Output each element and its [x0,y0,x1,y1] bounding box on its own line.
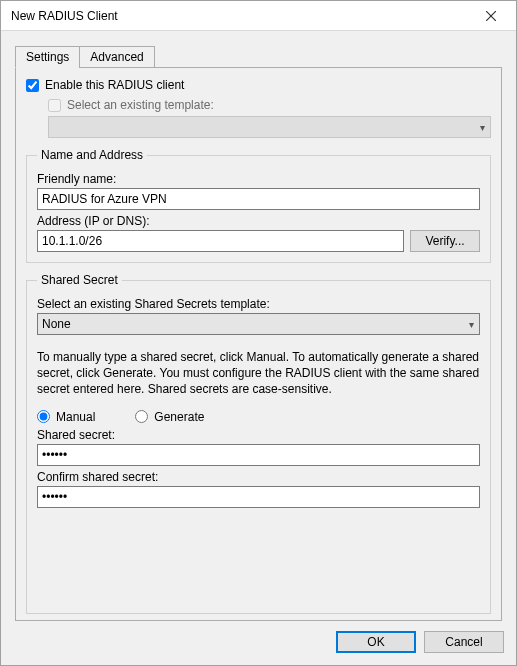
existing-template-checkbox[interactable] [48,99,61,112]
confirm-secret-label: Confirm shared secret: [37,470,480,484]
dialog-window: New RADIUS Client Settings Advanced Enab… [0,0,517,666]
existing-template-block: Select an existing template: ▾ [26,98,491,138]
existing-template-label: Select an existing template: [67,98,214,112]
radio-generate[interactable] [135,410,148,423]
radio-generate-item[interactable]: Generate [135,410,204,424]
enable-client-row: Enable this RADIUS client [26,78,491,92]
shared-secret-label: Shared secret: [37,428,480,442]
tab-panel-settings: Enable this RADIUS client Select an exis… [15,68,502,621]
tab-settings[interactable]: Settings [15,46,80,68]
tab-advanced[interactable]: Advanced [79,46,154,68]
titlebar: New RADIUS Client [1,1,516,31]
tab-strip: Settings Advanced [15,45,502,68]
confirm-secret-input[interactable] [37,486,480,508]
window-title: New RADIUS Client [11,9,118,23]
radio-manual-item[interactable]: Manual [37,410,95,424]
secret-template-label: Select an existing Shared Secrets templa… [37,297,480,311]
cancel-button[interactable]: Cancel [424,631,504,653]
friendly-name-label: Friendly name: [37,172,480,186]
ok-button[interactable]: OK [336,631,416,653]
address-input[interactable] [37,230,404,252]
address-label: Address (IP or DNS): [37,214,480,228]
dialog-body: Settings Advanced Enable this RADIUS cli… [1,31,516,621]
close-button[interactable] [474,1,508,30]
radio-manual[interactable] [37,410,50,423]
existing-template-dropdown[interactable] [48,116,491,138]
radio-generate-label: Generate [154,410,204,424]
shared-secret-legend: Shared Secret [37,273,122,287]
radio-manual-label: Manual [56,410,95,424]
shared-secret-input[interactable] [37,444,480,466]
enable-client-checkbox[interactable] [26,79,39,92]
shared-secret-help: To manually type a shared secret, click … [37,349,480,398]
friendly-name-input[interactable] [37,188,480,210]
enable-client-label: Enable this RADIUS client [45,78,184,92]
verify-button[interactable]: Verify... [410,230,480,252]
secret-mode-radios: Manual Generate [37,410,480,424]
close-icon [486,11,496,21]
name-address-legend: Name and Address [37,148,147,162]
secret-template-dropdown[interactable]: None [37,313,480,335]
dialog-button-bar: OK Cancel [1,621,516,665]
shared-secret-group: Shared Secret Select an existing Shared … [26,273,491,614]
name-address-group: Name and Address Friendly name: Address … [26,148,491,263]
